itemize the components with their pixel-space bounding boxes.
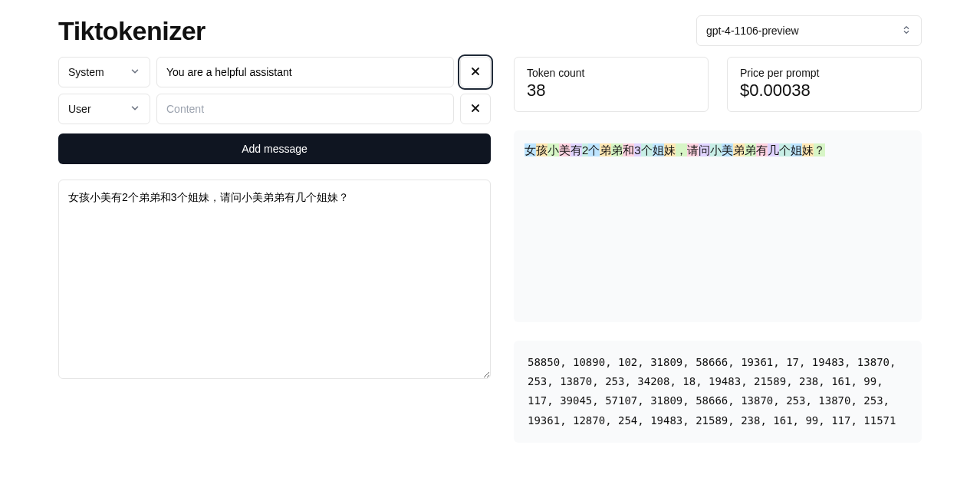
token-span: 有 xyxy=(756,143,768,157)
token-span: 小 xyxy=(548,143,559,157)
token-span: 有 xyxy=(571,143,582,157)
token-span: 弟 xyxy=(611,143,623,157)
close-icon xyxy=(469,65,482,80)
token-span: 弟 xyxy=(745,143,756,157)
token-span: 姐 xyxy=(653,143,664,157)
chevron-updown-icon xyxy=(901,25,912,38)
token-span: 几 xyxy=(768,143,779,157)
token-visualization: 女孩小美有2个弟弟和3个姐妹，请问小美弟弟有几个姐妹？ xyxy=(514,130,922,322)
raw-text-input[interactable] xyxy=(58,180,491,379)
token-span: 孩 xyxy=(536,143,548,157)
token-span: 弟 xyxy=(600,143,611,157)
message-row: System xyxy=(58,57,491,87)
token-span: 美 xyxy=(722,143,733,157)
content-input[interactable] xyxy=(156,94,454,124)
token-span: 妹 xyxy=(664,143,676,157)
role-select[interactable]: System xyxy=(58,57,150,87)
role-select-value: System xyxy=(68,66,104,78)
content-input[interactable] xyxy=(156,57,454,87)
token-count-card: Token count 38 xyxy=(514,57,709,112)
chevron-down-icon xyxy=(130,103,140,116)
delete-message-button[interactable] xyxy=(460,57,491,87)
right-column: Token count 38 Price per prompt $0.00038… xyxy=(514,57,922,443)
price-label: Price per prompt xyxy=(740,67,909,79)
add-message-button[interactable]: Add message xyxy=(58,133,491,164)
message-row: User xyxy=(58,94,491,124)
token-span: 妹 xyxy=(802,143,814,157)
left-column: System User xyxy=(58,57,491,443)
token-span: 3 xyxy=(634,143,640,157)
price-card: Price per prompt $0.00038 xyxy=(727,57,922,112)
token-span: 女 xyxy=(525,143,536,157)
token-span: ， xyxy=(676,143,687,157)
token-count-value: 38 xyxy=(527,81,696,101)
role-select[interactable]: User xyxy=(58,94,150,124)
token-span: 请 xyxy=(687,143,699,157)
token-span: 个 xyxy=(779,143,791,157)
token-span: 姐 xyxy=(791,143,802,157)
token-span: 小 xyxy=(710,143,722,157)
token-span: 弟 xyxy=(733,143,745,157)
page-title: Tiktokenizer xyxy=(58,16,206,46)
close-icon xyxy=(469,102,482,117)
token-span: 和 xyxy=(623,143,634,157)
token-span: 个 xyxy=(588,143,600,157)
token-ids-output: 58850, 10890, 102, 31809, 58666, 19361, … xyxy=(514,341,922,443)
model-select-value: gpt-4-1106-preview xyxy=(706,25,799,37)
token-span: ？ xyxy=(814,143,825,157)
role-select-value: User xyxy=(68,103,91,115)
price-value: $0.00038 xyxy=(740,81,909,101)
token-span: 问 xyxy=(699,143,710,157)
delete-message-button[interactable] xyxy=(460,94,491,124)
token-span: 美 xyxy=(559,143,571,157)
chevron-down-icon xyxy=(130,66,140,79)
token-count-label: Token count xyxy=(527,67,696,79)
token-span: 个 xyxy=(641,143,653,157)
model-select[interactable]: gpt-4-1106-preview xyxy=(696,15,922,46)
